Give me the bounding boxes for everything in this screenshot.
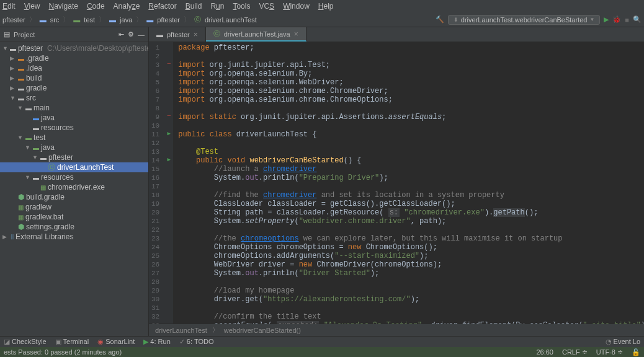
menu-window[interactable]: Window	[283, 2, 310, 11]
gear-icon[interactable]: ⚙	[128, 30, 134, 38]
line-gutter: 1234567891011121314151617181920212223242…	[149, 42, 164, 324]
run-config-selector[interactable]: ⬇ driverLaunchTest.webdriverCanBeStarted…	[448, 15, 601, 25]
padlock-icon[interactable]: 🔓	[632, 348, 640, 356]
line-separator[interactable]: CRLF ≑	[562, 348, 588, 356]
dropdown-icon: ▼	[589, 17, 594, 22]
tree-chromedriver[interactable]: ▦chromedriver.exe	[0, 182, 148, 192]
project-tool-window: ▤ Project ⇤ ⚙ — ▼▬ pftester C:\Users\mra…	[0, 27, 149, 336]
tree-pftester-pkg[interactable]: ▼▬pftester	[0, 152, 148, 162]
tree-gradlew[interactable]: ▦gradlew	[0, 202, 148, 212]
tree-test-resources[interactable]: ▼▬resources	[0, 172, 148, 182]
todo-tool[interactable]: ✓ 6: TODO	[179, 338, 214, 346]
tab-driverlaunchtest[interactable]: ⓒ driverLaunchTest.java ×	[206, 27, 306, 42]
tree-build-gradle[interactable]: ⬢build.gradle	[0, 192, 148, 202]
chevron-right-icon: 〉	[184, 15, 190, 24]
menubar: Edit View Navigate Code Analyze Refactor…	[0, 0, 644, 12]
breadcrumb-pftester[interactable]: pftester	[157, 16, 180, 24]
class-icon: ⓒ	[194, 15, 201, 24]
breadcrumb-root[interactable]: pftester	[2, 16, 25, 24]
terminal-tool[interactable]: ▣ Terminal	[55, 338, 89, 346]
project-header[interactable]: ▤ Project ⇤ ⚙ —	[0, 27, 148, 42]
code-content[interactable]: package pftester; import org.junit.jupit…	[173, 42, 644, 324]
project-icon: ▤	[4, 30, 10, 38]
breadcrumb-src[interactable]: src	[50, 16, 60, 24]
down-arrow-icon: ⬇	[454, 17, 458, 23]
menu-tools[interactable]: Tools	[233, 2, 250, 11]
folder-icon: ▬	[73, 16, 80, 24]
editor: ▬ pftester × ⓒ driverLaunchTest.java × 1…	[149, 27, 644, 336]
editor-breadcrumb: driverLaunchTest 〉 webdriverCanBeStarted…	[149, 324, 644, 336]
bc-method[interactable]: webdriverCanBeStarted()	[224, 327, 301, 334]
chevron-right-icon: 〉	[63, 15, 69, 24]
close-icon[interactable]: ×	[294, 30, 298, 38]
cursor-position: 26:60	[536, 348, 553, 356]
tree-root[interactable]: ▼▬ pftester C:\Users\mrale\Desktop\pftes…	[0, 43, 148, 53]
menu-view[interactable]: View	[24, 2, 40, 11]
tests-status: ests Passed: 0 passed (2 minutes ago)	[4, 348, 122, 356]
checkstyle-tool[interactable]: ◪ CheckStyle	[4, 338, 47, 346]
run-config-label: driverLaunchTest.webdriverCanBeStarted	[461, 16, 588, 24]
project-tree[interactable]: ▼▬ pftester C:\Users\mrale\Desktop\pftes…	[0, 42, 148, 336]
project-header-label: Project	[14, 31, 35, 38]
menu-help[interactable]: Help	[318, 2, 334, 11]
breadcrumb-java[interactable]: java	[120, 16, 132, 24]
main-area: ▤ Project ⇤ ⚙ — ▼▬ pftester C:\Users\mra…	[0, 27, 644, 336]
tree-main-resources[interactable]: ▬resources	[0, 123, 148, 133]
search-icon[interactable]: 🔍	[633, 15, 642, 24]
tree-idea-dir[interactable]: ▶▬.idea	[0, 63, 148, 73]
tab-label: driverLaunchTest.java	[224, 30, 290, 38]
tree-driverlaunchtest[interactable]: ⓒdriverLaunchTest	[0, 162, 148, 172]
collapse-icon[interactable]: ⇤	[119, 30, 124, 38]
breadcrumb-class[interactable]: driverLaunchTest	[205, 16, 257, 24]
menu-vcs[interactable]: VCS	[259, 2, 274, 11]
run-icon[interactable]: ▶	[604, 15, 609, 24]
tree-gradlew-bat[interactable]: ▦gradlew.bat	[0, 212, 148, 222]
chevron-right-icon: 〉	[212, 325, 219, 335]
navigation-toolbar: pftester 〉 ▬ src 〉 ▬ test 〉 ▬ java 〉 ▬ p…	[0, 12, 644, 27]
breadcrumb-test[interactable]: test	[84, 16, 95, 24]
tree-main-java[interactable]: ▬java	[0, 113, 148, 123]
menu-refactor[interactable]: Refactor	[148, 2, 176, 11]
chevron-right-icon: 〉	[136, 15, 143, 24]
run-config-area: 🔨 ⬇ driverLaunchTest.webdriverCanBeStart…	[436, 15, 642, 25]
code-area[interactable]: 1234567891011121314151617181920212223242…	[149, 42, 644, 324]
minimize-icon[interactable]: —	[138, 31, 145, 38]
tab-pftester[interactable]: ▬ pftester ×	[149, 27, 206, 42]
tree-test[interactable]: ▼▬test	[0, 133, 148, 143]
bc-class[interactable]: driverLaunchTest	[155, 327, 207, 334]
folder-icon: ▬	[146, 16, 153, 24]
tool-window-bar: ◪ CheckStyle ▣ Terminal ◉ SonarLint ▶ 4:…	[0, 336, 644, 347]
run-tool[interactable]: ▶ 4: Run	[143, 338, 170, 346]
tree-gradle-dir[interactable]: ▶▬.gradle	[0, 53, 148, 63]
editor-tabs: ▬ pftester × ⓒ driverLaunchTest.java ×	[149, 27, 644, 42]
folder-icon: ▬	[109, 16, 116, 24]
tree-settings-gradle[interactable]: ⬢settings.gradle	[0, 222, 148, 232]
encoding[interactable]: UTF-8 ≑	[596, 348, 623, 356]
hammer-icon[interactable]: 🔨	[436, 15, 444, 24]
class-icon: ⓒ	[213, 29, 220, 38]
gutter-markers: −−▶▶	[164, 42, 173, 324]
tree-test-java[interactable]: ▼▬java	[0, 143, 148, 152]
menu-run[interactable]: Run	[210, 2, 224, 11]
stop-icon[interactable]: ■	[625, 16, 629, 24]
menu-edit[interactable]: Edit	[2, 2, 16, 11]
menu-build[interactable]: Build	[186, 2, 202, 11]
event-log[interactable]: ◔ Event Lo	[606, 338, 640, 346]
breadcrumb: pftester 〉 ▬ src 〉 ▬ test 〉 ▬ java 〉 ▬ p…	[2, 15, 257, 24]
chevron-right-icon: 〉	[99, 15, 105, 24]
tree-external-libs[interactable]: ▶⫴External Libraries	[0, 232, 148, 242]
folder-icon: ▬	[40, 16, 47, 24]
tree-build[interactable]: ▶▬build	[0, 73, 148, 83]
tree-src[interactable]: ▼▬src	[0, 93, 148, 103]
menu-code[interactable]: Code	[87, 2, 105, 11]
tree-gradle[interactable]: ▶▬gradle	[0, 83, 148, 93]
debug-icon[interactable]: 🐞	[612, 15, 621, 24]
sonarlint-tool[interactable]: ◉ SonarLint	[97, 338, 135, 346]
menu-analyze[interactable]: Analyze	[114, 2, 140, 11]
tree-main[interactable]: ▼▬main	[0, 103, 148, 113]
close-icon[interactable]: ×	[194, 30, 198, 39]
package-icon: ▬	[156, 31, 163, 38]
menu-navigate[interactable]: Navigate	[49, 2, 78, 11]
status-bar: ests Passed: 0 passed (2 minutes ago) 26…	[0, 347, 644, 357]
tab-label: pftester	[167, 31, 190, 38]
